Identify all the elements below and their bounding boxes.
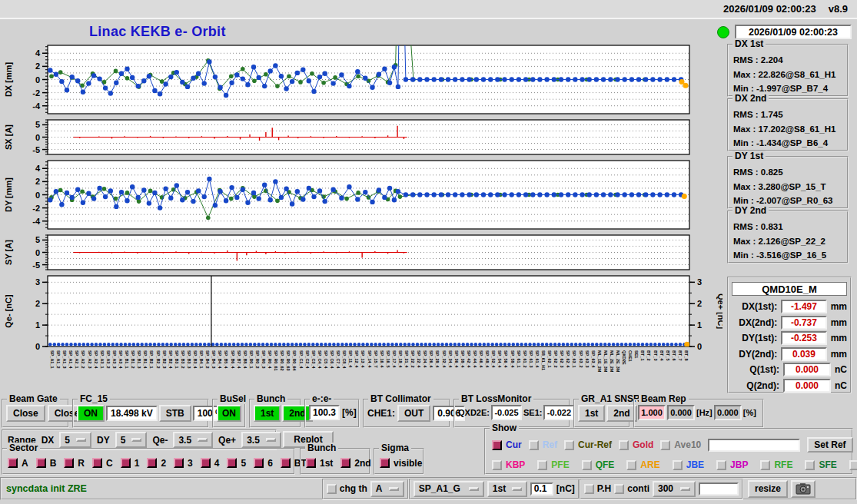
svg-text:SP_54_4: SP_54_4 bbox=[497, 350, 502, 369]
svg-text:0: 0 bbox=[35, 191, 40, 200]
show-jbp-label: JBP bbox=[730, 459, 748, 470]
ref-name-input[interactable] bbox=[708, 439, 800, 452]
sigma-visible-checkbox[interactable] bbox=[380, 458, 390, 468]
range-dx-select[interactable]: 5 bbox=[59, 432, 91, 448]
beam-gate-close-1-button[interactable]: Close bbox=[6, 405, 45, 422]
status-bar: syncdata init ZRE chg th A SP_A1_G 1st [… bbox=[0, 477, 857, 500]
sector-1-checkbox[interactable] bbox=[121, 458, 131, 468]
show-kbp-checkbox[interactable] bbox=[492, 460, 502, 470]
window-titlebar: 2026/01/09 02:00:23 v8.9 bbox=[0, 0, 857, 19]
sector-r-checkbox[interactable] bbox=[64, 458, 74, 468]
show-qfe-checkbox[interactable] bbox=[582, 460, 592, 470]
svg-text:SP_B4_4: SP_B4_4 bbox=[218, 350, 222, 369]
sector-3-checkbox[interactable] bbox=[174, 458, 184, 468]
svg-text:ML_1E_3M: ML_1E_3M bbox=[603, 350, 608, 373]
sector-c-checkbox[interactable] bbox=[92, 458, 102, 468]
bunch-1st-button[interactable]: 1st bbox=[254, 405, 281, 422]
gr-snsr-2nd-button[interactable]: 2nd bbox=[606, 405, 636, 422]
show-ref-checkbox[interactable] bbox=[529, 440, 539, 450]
ph-checkbox[interactable] bbox=[584, 484, 594, 494]
svg-text:4: 4 bbox=[35, 164, 41, 173]
conti-checkbox[interactable] bbox=[614, 484, 624, 494]
che1-out-button[interactable]: OUT bbox=[397, 405, 430, 422]
show-rfe-checkbox[interactable] bbox=[760, 460, 770, 470]
bpm-select[interactable]: SP_A1_G bbox=[414, 481, 484, 497]
show-gold-checkbox[interactable] bbox=[619, 440, 629, 450]
svg-text:SP_B7_4: SP_B7_4 bbox=[237, 350, 241, 369]
show-ave10-checkbox[interactable] bbox=[660, 440, 670, 450]
svg-text:SP_24_4: SP_24_4 bbox=[423, 350, 427, 369]
bunch-label: 2nd bbox=[354, 458, 370, 469]
svg-text:SP_A3_1: SP_A3_1 bbox=[100, 350, 105, 369]
svg-text:SP_34_4: SP_34_4 bbox=[448, 350, 453, 369]
show-cur-ref-checkbox[interactable] bbox=[564, 440, 574, 450]
svg-text:S8_61_H1: S8_61_H1 bbox=[541, 350, 546, 370]
fc15-on-button[interactable]: ON bbox=[77, 405, 105, 422]
snapshot-button[interactable] bbox=[791, 480, 815, 498]
chg-th-checkbox[interactable] bbox=[327, 484, 337, 494]
fc15-stb-button[interactable]: STB bbox=[159, 405, 191, 422]
svg-text:SP_B3_4: SP_B3_4 bbox=[193, 350, 198, 369]
group-title: Bunch bbox=[305, 443, 338, 453]
stat-max: Max : 22.826@S8_61_H1 bbox=[733, 68, 843, 82]
svg-text:SP_52_4: SP_52_4 bbox=[491, 350, 496, 369]
bunch-order-select[interactable]: 1st bbox=[487, 481, 527, 497]
group-title: Sigma bbox=[379, 443, 411, 453]
range-qem-select[interactable]: 3.5 bbox=[173, 432, 213, 448]
range-dy-select[interactable]: 5 bbox=[115, 432, 148, 448]
show-rfe-label: RFE bbox=[774, 459, 792, 470]
bunch-select-group: Bunch 1st 2nd bbox=[300, 448, 370, 475]
sector-bt-checkbox[interactable] bbox=[281, 458, 291, 468]
option-menu-icon bbox=[266, 438, 276, 442]
svg-text:SP_B1_3: SP_B1_3 bbox=[137, 350, 141, 369]
beam-rep-hz-unit: [Hz] bbox=[696, 408, 713, 417]
svg-text:SP_15_T: SP_15_T bbox=[374, 350, 378, 369]
sector-a-checkbox[interactable] bbox=[8, 458, 18, 468]
range-qep-select[interactable]: 3.5 bbox=[241, 432, 281, 448]
beam-gate-group: Beam Gate CloseClose bbox=[2, 399, 69, 428]
svg-text:SP_R0_61: SP_R0_61 bbox=[274, 350, 278, 371]
interval-select[interactable]: 300 bbox=[653, 481, 696, 497]
option-menu-icon bbox=[680, 487, 690, 491]
stat-rms: RMS : 2.204 bbox=[733, 53, 843, 68]
svg-text:SP_48_4: SP_48_4 bbox=[485, 350, 490, 369]
svg-text:BT_7: BT_7 bbox=[678, 350, 683, 360]
bunch-2nd-checkbox[interactable] bbox=[340, 458, 350, 468]
sector-6-checkbox[interactable] bbox=[254, 458, 264, 468]
show-jbe-checkbox[interactable] bbox=[673, 460, 683, 470]
show-jbp-checkbox[interactable] bbox=[716, 460, 726, 470]
camera-icon bbox=[796, 482, 811, 495]
sector-b-checkbox[interactable] bbox=[36, 458, 46, 468]
acquisition-group: P.H conti 300 bbox=[580, 479, 743, 499]
sector-4-checkbox[interactable] bbox=[201, 458, 211, 468]
monitor-value: -0.737 bbox=[781, 316, 826, 330]
show-are-checkbox[interactable] bbox=[626, 460, 636, 470]
show-jbe-label: JBE bbox=[686, 459, 704, 470]
svg-text:BT_5: BT_5 bbox=[666, 350, 670, 360]
show-gold-label: Gold bbox=[633, 439, 653, 450]
gr-snsr-1st-button[interactable]: 1st bbox=[578, 405, 605, 422]
busel-on-button[interactable]: ON bbox=[217, 405, 241, 422]
sector-5-checkbox[interactable] bbox=[227, 458, 237, 468]
svg-text:SP_C4_4: SP_C4_4 bbox=[317, 350, 322, 369]
beam-rep-value-1: 1.000 bbox=[638, 405, 666, 420]
monitor-row: DY(2nd):0.039mm bbox=[732, 346, 847, 363]
show-cur-checkbox[interactable] bbox=[492, 440, 502, 450]
show-zre-checkbox[interactable] bbox=[849, 460, 857, 470]
chg-th-select[interactable]: A bbox=[370, 481, 404, 497]
set-ref-button[interactable]: Set Ref bbox=[807, 437, 852, 453]
sector-2-checkbox[interactable] bbox=[147, 458, 157, 468]
bunch-1st-checkbox[interactable] bbox=[306, 458, 316, 468]
stat-min: Min : -3.516@SP_16_5 bbox=[733, 248, 843, 263]
resize-button[interactable]: resize bbox=[748, 480, 788, 498]
show-sfe-checkbox[interactable] bbox=[805, 460, 815, 470]
svg-text:BT_1: BT_1 bbox=[640, 350, 645, 360]
show-pfe-checkbox[interactable] bbox=[537, 460, 547, 470]
threshold-input[interactable] bbox=[530, 482, 553, 496]
svg-text:3: 3 bbox=[697, 277, 702, 287]
group-title: Bunch bbox=[254, 393, 287, 404]
svg-text:CHE1: CHE1 bbox=[628, 350, 633, 362]
svg-text:SP_63_2: SP_63_2 bbox=[579, 350, 583, 368]
extra-input[interactable] bbox=[699, 482, 739, 496]
group-title: Beam Rep bbox=[639, 393, 689, 404]
